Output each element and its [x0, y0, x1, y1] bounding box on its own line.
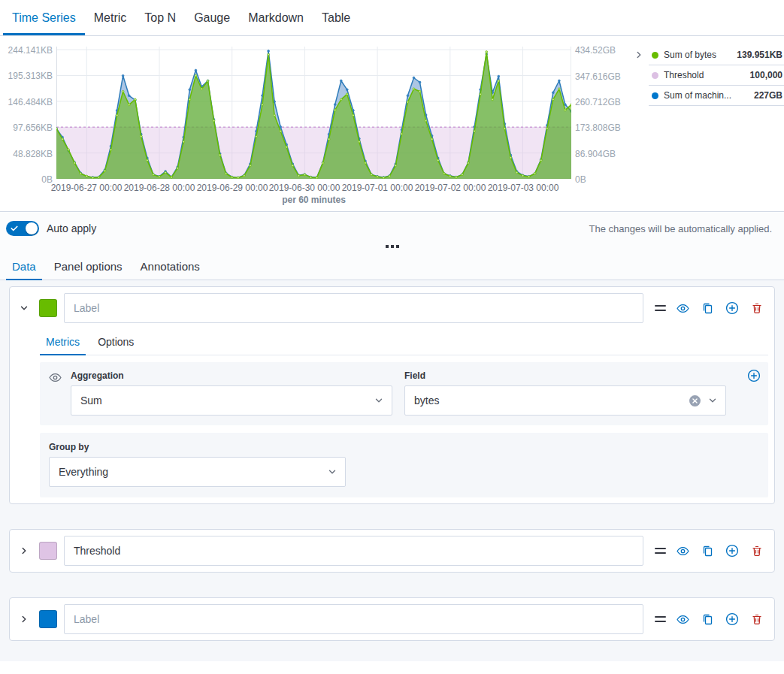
- check-icon: [11, 225, 18, 232]
- drag-handle-icon[interactable]: [655, 616, 666, 622]
- x-axis-tick-label: 2019-06-27 00:00: [51, 183, 123, 193]
- chevron-down-icon: [327, 467, 338, 479]
- x-axis-caption: per 60 minutes: [56, 195, 571, 205]
- series-label-input[interactable]: [64, 293, 643, 323]
- y-axis-tick-label: 97.656KB: [0, 122, 53, 133]
- trash-icon: [751, 545, 763, 557]
- trash-icon: [751, 302, 763, 314]
- left-y-axis: 244.141KB195.313KB146.484KB97.656KB48.82…: [0, 47, 53, 179]
- chevron-down-icon: [19, 303, 29, 313]
- y-axis-tick-label: 434.52GB: [575, 45, 631, 56]
- x-axis-tick-labels: 2019-06-27 00:002019-06-28 00:002019-06-…: [56, 179, 571, 192]
- y-axis-tick-label: 244.141KB: [0, 45, 53, 56]
- toggle-series-visibility-button[interactable]: [674, 542, 691, 560]
- clone-series-button[interactable]: [699, 542, 716, 560]
- plus-circle-icon: [725, 301, 739, 315]
- editor-resize-handle[interactable]: [0, 242, 784, 252]
- x-axis-tick-label: 2019-07-02 00:00: [415, 183, 486, 193]
- y-axis-tick-label: 86.904GB: [575, 149, 631, 159]
- y-axis-tick-label: 173.808GB: [575, 122, 631, 133]
- series-color-swatch[interactable]: [39, 299, 57, 317]
- legend-dot: [652, 52, 658, 59]
- tab-top-n[interactable]: Top N: [135, 0, 185, 35]
- tab-gauge[interactable]: Gauge: [185, 0, 239, 35]
- toggle-series-visibility-button[interactable]: [674, 610, 691, 628]
- copy-icon: [701, 613, 713, 625]
- tab-options[interactable]: Options: [92, 329, 140, 355]
- add-series-button[interactable]: [724, 542, 740, 560]
- tab-markdown[interactable]: Markdown: [239, 0, 313, 35]
- series-label-input[interactable]: [64, 536, 643, 566]
- time-series-visualization: 244.141KB195.313KB146.484KB97.656KB48.82…: [0, 36, 784, 212]
- eye-icon: [677, 613, 689, 626]
- aggregation-select[interactable]: Sum: [71, 385, 392, 416]
- toggle-series-visibility-button[interactable]: [674, 299, 691, 317]
- visualization-type-tabs: Time Series Metric Top N Gauge Markdown …: [0, 0, 784, 36]
- tab-metric[interactable]: Metric: [85, 0, 136, 35]
- eye-icon: [677, 545, 689, 558]
- tab-panel-options[interactable]: Panel options: [48, 252, 129, 280]
- delete-series-button[interactable]: [749, 542, 765, 560]
- y-axis-tick-label: 0B: [0, 174, 53, 185]
- chevron-right-icon: [19, 614, 29, 624]
- chevron-down-icon: [707, 395, 718, 408]
- x-axis-tick-label: 2019-06-29 00:00: [197, 183, 268, 193]
- legend-label: Sum of bytes: [664, 50, 731, 60]
- add-series-button[interactable]: [724, 299, 740, 317]
- right-y-axis: 434.52GB347.616GB260.712GB173.808GB86.90…: [575, 47, 631, 179]
- expand-series-button[interactable]: [16, 610, 32, 628]
- toggle-knob: [26, 222, 38, 234]
- collapse-series-button[interactable]: [16, 299, 32, 317]
- tab-metrics[interactable]: Metrics: [40, 329, 86, 355]
- legend-value: 139.951KB: [737, 50, 782, 60]
- group-by-value: Everything: [59, 466, 108, 478]
- legend-item-threshold[interactable]: Threshold 100,000: [649, 65, 784, 86]
- legend-label: Sum of machin...: [664, 90, 749, 101]
- chevron-right-icon: [634, 50, 644, 60]
- copy-icon: [701, 302, 713, 314]
- clone-series-button[interactable]: [699, 299, 716, 317]
- aggregation-label: Aggregation: [71, 370, 392, 381]
- drag-handle-icon[interactable]: [655, 548, 666, 554]
- clone-series-button[interactable]: [699, 610, 716, 628]
- chart-plot-area[interactable]: [56, 47, 571, 179]
- tab-annotations[interactable]: Annotations: [135, 252, 206, 280]
- trash-icon: [751, 613, 763, 625]
- series-color-swatch[interactable]: [39, 610, 57, 628]
- y-axis-tick-label: 347.616GB: [575, 71, 631, 82]
- expand-series-button[interactable]: [16, 542, 32, 560]
- x-axis-tick-label: 2019-07-01 00:00: [342, 183, 413, 193]
- legend-item-sum-of-machine[interactable]: Sum of machin... 227GB: [649, 86, 784, 106]
- field-value: bytes: [414, 394, 439, 407]
- tab-data[interactable]: Data: [6, 252, 42, 280]
- auto-apply-row: Auto apply The changes will be automatic…: [0, 212, 784, 242]
- group-by-label: Group by: [49, 442, 759, 452]
- delete-series-button[interactable]: [749, 299, 765, 317]
- clear-circle-icon: [689, 394, 701, 407]
- metric-visibility-icon[interactable]: [49, 370, 62, 416]
- metric-row: Aggregation Sum Field bytes: [40, 362, 768, 425]
- legend-collapse-button[interactable]: [631, 50, 647, 60]
- legend-dot: [652, 92, 658, 99]
- add-series-button[interactable]: [724, 610, 740, 628]
- group-by-select[interactable]: Everything: [49, 457, 346, 487]
- clear-field-button[interactable]: [689, 394, 701, 410]
- chevron-right-icon: [19, 546, 29, 556]
- series-panel-2: [9, 529, 775, 573]
- chart-legend: Sum of bytes 139.951KB Threshold 100,000…: [649, 45, 784, 106]
- legend-item-sum-of-bytes[interactable]: Sum of bytes 139.951KB: [649, 45, 784, 65]
- y-axis-tick-label: 0B: [575, 174, 631, 185]
- tab-time-series[interactable]: Time Series: [3, 0, 85, 35]
- delete-series-button[interactable]: [749, 610, 765, 628]
- legend-value: 227GB: [754, 90, 782, 101]
- auto-apply-toggle[interactable]: [6, 221, 39, 236]
- chevron-down-icon: [374, 395, 384, 408]
- tab-table[interactable]: Table: [313, 0, 359, 35]
- x-axis-tick-label: 2019-07-03 00:00: [488, 183, 559, 193]
- field-combobox[interactable]: bytes: [404, 385, 726, 416]
- drag-handle-icon[interactable]: [655, 305, 666, 311]
- legend-value: 100,000: [750, 70, 782, 80]
- add-metric-button[interactable]: [747, 369, 761, 385]
- series-color-swatch[interactable]: [39, 542, 57, 560]
- series-label-input[interactable]: [64, 604, 643, 634]
